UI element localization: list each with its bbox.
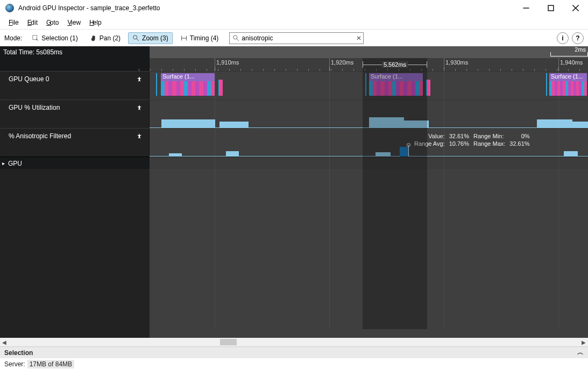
- gpu-sideblock[interactable]: [365, 73, 366, 96]
- gpu-sideblock[interactable]: [426, 80, 430, 96]
- menu-help[interactable]: Help: [85, 18, 106, 27]
- mode-label-text: Timing (4): [190, 34, 219, 42]
- scroll-track[interactable]: [9, 338, 579, 346]
- search-input[interactable]: [229, 32, 364, 44]
- tick-label: 1,930ms: [445, 59, 468, 66]
- track-group-gpu[interactable]: ▸ GPU: [0, 157, 588, 169]
- status-value: 17MB of 84MB: [27, 360, 74, 368]
- menu-label: iew: [71, 19, 81, 26]
- gpu-sideblock[interactable]: [156, 73, 157, 96]
- track-label: GPU Queue 0: [9, 75, 49, 83]
- hand-icon: [90, 34, 97, 42]
- help-button[interactable]: ?: [572, 32, 584, 44]
- pin-icon: [136, 104, 143, 111]
- window-title: Android GPU Inspector - sample_trace_3.p…: [18, 4, 514, 12]
- ruler-minimap[interactable]: 2ms: [150, 46, 588, 58]
- svg-point-2: [133, 35, 137, 39]
- track-gpu-queue: GPU Queue 0 Surface (1...Surface (1...Su…: [0, 71, 588, 100]
- menu-goto[interactable]: Goto: [42, 18, 63, 27]
- ruler-scale-label: 2ms: [575, 46, 586, 53]
- status-bar: Server: 17MB of 84MB: [0, 358, 588, 370]
- menu-label: oto: [50, 19, 59, 26]
- ruler-scale: 2ms: [550, 47, 588, 56]
- zoom-icon: [132, 34, 140, 42]
- gpu-slice[interactable]: Surface (1...: [369, 73, 423, 96]
- scroll-left-button[interactable]: ◀: [0, 338, 9, 346]
- slice-label: Surface (1...: [161, 73, 215, 81]
- minimize-button[interactable]: [514, 0, 539, 16]
- tick-label: 1,920ms: [331, 59, 353, 66]
- menubar: File Edit Goto View Help: [0, 16, 588, 29]
- aniso-bar[interactable]: [400, 147, 408, 157]
- mode-label-text: Pan (2): [100, 34, 121, 42]
- pin-button[interactable]: [136, 76, 144, 82]
- help-icon: ?: [576, 34, 579, 42]
- slice-label: Surface (1...: [549, 73, 587, 81]
- track-gpu-util: GPU % Utilization: [0, 100, 588, 128]
- expand-icon[interactable]: ︿: [577, 348, 584, 357]
- info-icon: i: [562, 34, 563, 42]
- aniso-bar[interactable]: [169, 153, 182, 157]
- info-button[interactable]: i: [557, 32, 569, 44]
- menu-edit[interactable]: Edit: [23, 18, 42, 27]
- track-aniso: % Anisotropic Filtered Value:32.61%Range…: [0, 128, 588, 157]
- mode-selection[interactable]: Selection (1): [27, 32, 82, 44]
- util-bar[interactable]: [369, 117, 404, 128]
- util-bar[interactable]: [404, 120, 429, 128]
- track-group-label: GPU: [8, 160, 22, 167]
- menu-label: elp: [93, 19, 102, 26]
- toolbar: Mode: Selection (1) Pan (2) Zoom (3) Tim…: [0, 29, 588, 46]
- menu-label: dit: [31, 19, 38, 26]
- hover-tooltip: Value:32.61%Range Min:0%Range Avg:10.76%…: [412, 132, 532, 148]
- horizontal-scrollbar[interactable]: ◀ ▶: [0, 338, 588, 346]
- tick-label: 1,940ms: [560, 59, 583, 66]
- pin-button[interactable]: [136, 104, 144, 111]
- gpu-sideblock[interactable]: [218, 80, 223, 96]
- scroll-thumb[interactable]: [220, 339, 237, 345]
- ruler-row: Total Time: 5s085ms 2ms: [0, 46, 588, 58]
- pin-icon: [136, 133, 143, 139]
- mode-label-text: Selection (1): [41, 34, 77, 42]
- menu-label: ile: [12, 19, 19, 26]
- selection-icon: [32, 34, 39, 42]
- hover-cursor: [408, 145, 409, 157]
- status-label: Server:: [4, 360, 25, 368]
- selection-panel-title: Selection: [4, 349, 33, 357]
- menu-view[interactable]: View: [63, 18, 85, 27]
- util-bar[interactable]: [219, 122, 249, 128]
- trace-blank: [0, 169, 588, 338]
- close-icon: [572, 4, 579, 12]
- close-button[interactable]: [563, 0, 588, 16]
- expand-arrow-icon: ▸: [2, 160, 5, 166]
- search-wrap: ✕: [229, 32, 364, 44]
- tick-label: 1,910ms: [216, 59, 239, 66]
- svg-rect-0: [548, 5, 554, 11]
- gpu-slice[interactable]: Surface (1...: [161, 73, 215, 96]
- selection-range-label: 5.562ms: [363, 61, 427, 68]
- mode-label-text: Zoom (3): [142, 34, 168, 42]
- maximize-button[interactable]: [539, 0, 563, 16]
- util-bar[interactable]: [161, 119, 215, 128]
- mode-zoom[interactable]: Zoom (3): [128, 32, 173, 44]
- mode-timing[interactable]: Timing (4): [176, 32, 223, 44]
- gpu-sideblock[interactable]: [546, 73, 547, 96]
- aniso-bar[interactable]: [376, 152, 391, 157]
- scroll-right-button[interactable]: ▶: [579, 338, 588, 346]
- menu-file[interactable]: File: [4, 18, 23, 27]
- timing-icon: [180, 34, 188, 42]
- time-axis[interactable]: 1,910ms1,920ms1,930ms1,940ms5.562ms: [0, 58, 588, 71]
- titlebar: Android GPU Inspector - sample_trace_3.p…: [0, 0, 588, 16]
- slice-label: Surface (1...: [369, 73, 423, 81]
- track-label: % Anisotropic Filtered: [9, 132, 71, 140]
- util-bar[interactable]: [572, 122, 588, 128]
- mode-label: Mode:: [4, 34, 24, 42]
- aniso-bar[interactable]: [226, 151, 239, 157]
- mode-pan[interactable]: Pan (2): [86, 32, 125, 44]
- trace-view[interactable]: Total Time: 5s085ms 2ms 1,910ms1,920ms1,…: [0, 46, 588, 346]
- gpu-slice[interactable]: Surface (1...: [549, 73, 587, 96]
- clear-search-button[interactable]: ✕: [356, 34, 362, 42]
- pin-button[interactable]: [136, 133, 144, 139]
- selection-panel-header[interactable]: Selection ︿: [0, 346, 588, 358]
- aniso-bar[interactable]: [564, 151, 578, 157]
- util-bar[interactable]: [537, 119, 572, 128]
